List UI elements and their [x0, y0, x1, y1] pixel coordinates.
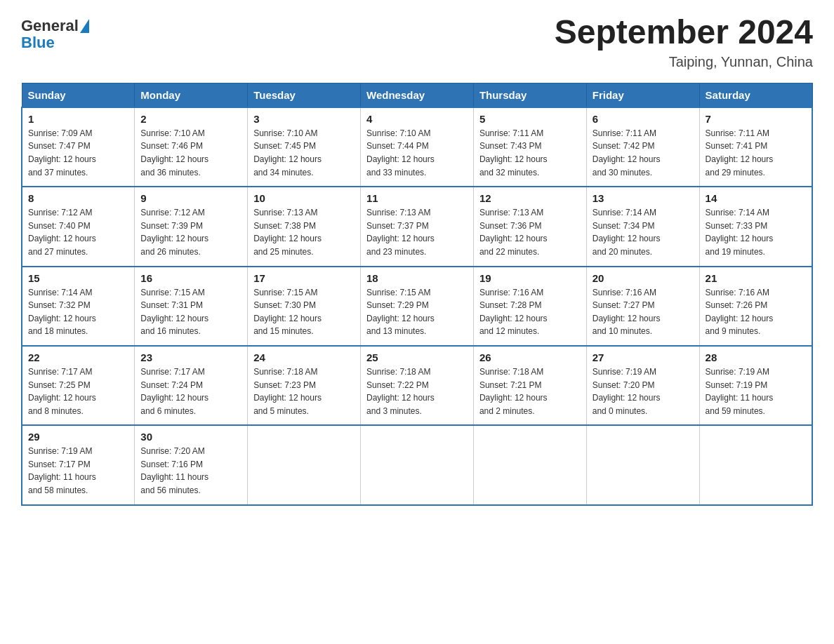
- day-info: Sunrise: 7:13 AMSunset: 7:36 PMDaylight:…: [479, 206, 581, 258]
- day-info: Sunrise: 7:11 AMSunset: 7:43 PMDaylight:…: [479, 127, 581, 179]
- day-info: Sunrise: 7:10 AMSunset: 7:44 PMDaylight:…: [366, 127, 468, 179]
- week-row-5: 29Sunrise: 7:19 AMSunset: 7:17 PMDayligh…: [22, 425, 812, 504]
- day-number: 15: [28, 272, 128, 284]
- day-cell: 15Sunrise: 7:14 AMSunset: 7:32 PMDayligh…: [22, 267, 135, 346]
- day-cell: 24Sunrise: 7:18 AMSunset: 7:23 PMDayligh…: [248, 346, 361, 425]
- day-cell: 9Sunrise: 7:12 AMSunset: 7:39 PMDaylight…: [135, 187, 248, 266]
- day-cell: 6Sunrise: 7:11 AMSunset: 7:42 PMDaylight…: [586, 107, 699, 187]
- logo-text-blue: Blue: [21, 34, 55, 51]
- day-info: Sunrise: 7:11 AMSunset: 7:41 PMDaylight:…: [706, 127, 806, 179]
- day-cell: 13Sunrise: 7:14 AMSunset: 7:34 PMDayligh…: [586, 187, 699, 266]
- day-cell: [473, 425, 586, 504]
- title-area: September 2024 Taiping, Yunnan, China: [555, 14, 813, 70]
- day-cell: 21Sunrise: 7:16 AMSunset: 7:26 PMDayligh…: [699, 267, 812, 346]
- day-number: 5: [479, 113, 581, 125]
- day-cell: 10Sunrise: 7:13 AMSunset: 7:38 PMDayligh…: [248, 187, 361, 266]
- day-cell: 3Sunrise: 7:10 AMSunset: 7:45 PMDaylight…: [248, 107, 361, 187]
- day-info: Sunrise: 7:16 AMSunset: 7:27 PMDaylight:…: [593, 286, 694, 338]
- page-header: General Blue September 2024 Taiping, Yun…: [21, 14, 813, 70]
- day-cell: [586, 425, 699, 504]
- day-info: Sunrise: 7:10 AMSunset: 7:46 PMDaylight:…: [140, 127, 241, 179]
- day-cell: [361, 425, 474, 504]
- day-number: 4: [366, 113, 468, 125]
- day-number: 21: [706, 272, 806, 284]
- day-number: 7: [706, 113, 806, 125]
- day-info: Sunrise: 7:17 AMSunset: 7:25 PMDaylight:…: [28, 365, 128, 417]
- day-number: 2: [140, 113, 241, 125]
- day-info: Sunrise: 7:15 AMSunset: 7:30 PMDaylight:…: [253, 286, 355, 338]
- day-number: 3: [253, 113, 355, 125]
- header-row: SundayMondayTuesdayWednesdayThursdayFrid…: [22, 83, 812, 107]
- day-info: Sunrise: 7:16 AMSunset: 7:28 PMDaylight:…: [479, 286, 581, 338]
- day-number: 8: [28, 192, 128, 204]
- day-cell: 8Sunrise: 7:12 AMSunset: 7:40 PMDaylight…: [22, 187, 135, 266]
- week-row-4: 22Sunrise: 7:17 AMSunset: 7:25 PMDayligh…: [22, 346, 812, 425]
- day-number: 11: [366, 192, 468, 204]
- day-info: Sunrise: 7:16 AMSunset: 7:26 PMDaylight:…: [706, 286, 806, 338]
- logo: General Blue: [21, 14, 89, 51]
- day-number: 30: [140, 431, 241, 443]
- day-cell: [248, 425, 361, 504]
- day-number: 10: [253, 192, 355, 204]
- day-cell: 1Sunrise: 7:09 AMSunset: 7:47 PMDaylight…: [22, 107, 135, 187]
- day-info: Sunrise: 7:15 AMSunset: 7:29 PMDaylight:…: [366, 286, 468, 338]
- day-number: 20: [593, 272, 694, 284]
- day-info: Sunrise: 7:15 AMSunset: 7:31 PMDaylight:…: [140, 286, 241, 338]
- day-cell: [699, 425, 812, 504]
- day-info: Sunrise: 7:19 AMSunset: 7:19 PMDaylight:…: [706, 365, 806, 417]
- day-number: 22: [28, 351, 128, 363]
- day-info: Sunrise: 7:18 AMSunset: 7:23 PMDaylight:…: [253, 365, 355, 417]
- day-info: Sunrise: 7:19 AMSunset: 7:20 PMDaylight:…: [593, 365, 694, 417]
- week-row-2: 8Sunrise: 7:12 AMSunset: 7:40 PMDaylight…: [22, 187, 812, 266]
- day-number: 27: [593, 351, 694, 363]
- day-cell: 22Sunrise: 7:17 AMSunset: 7:25 PMDayligh…: [22, 346, 135, 425]
- day-info: Sunrise: 7:14 AMSunset: 7:33 PMDaylight:…: [706, 206, 806, 258]
- day-cell: 23Sunrise: 7:17 AMSunset: 7:24 PMDayligh…: [135, 346, 248, 425]
- day-cell: 18Sunrise: 7:15 AMSunset: 7:29 PMDayligh…: [361, 267, 474, 346]
- logo-text-general: General: [21, 17, 79, 34]
- day-number: 9: [140, 192, 241, 204]
- day-number: 6: [593, 113, 694, 125]
- day-cell: 12Sunrise: 7:13 AMSunset: 7:36 PMDayligh…: [473, 187, 586, 266]
- calendar-table: SundayMondayTuesdayWednesdayThursdayFrid…: [21, 83, 813, 506]
- day-number: 16: [140, 272, 241, 284]
- week-row-1: 1Sunrise: 7:09 AMSunset: 7:47 PMDaylight…: [22, 107, 812, 187]
- day-number: 29: [28, 431, 128, 443]
- day-cell: 14Sunrise: 7:14 AMSunset: 7:33 PMDayligh…: [699, 187, 812, 266]
- day-info: Sunrise: 7:13 AMSunset: 7:38 PMDaylight:…: [253, 206, 355, 258]
- day-number: 25: [366, 351, 468, 363]
- day-number: 1: [28, 113, 128, 125]
- day-info: Sunrise: 7:10 AMSunset: 7:45 PMDaylight:…: [253, 127, 355, 179]
- day-cell: 19Sunrise: 7:16 AMSunset: 7:28 PMDayligh…: [473, 267, 586, 346]
- day-info: Sunrise: 7:18 AMSunset: 7:22 PMDaylight:…: [366, 365, 468, 417]
- day-cell: 20Sunrise: 7:16 AMSunset: 7:27 PMDayligh…: [586, 267, 699, 346]
- header-thursday: Thursday: [473, 83, 586, 107]
- day-number: 24: [253, 351, 355, 363]
- day-number: 26: [479, 351, 581, 363]
- header-saturday: Saturday: [699, 83, 812, 107]
- day-cell: 25Sunrise: 7:18 AMSunset: 7:22 PMDayligh…: [361, 346, 474, 425]
- day-number: 12: [479, 192, 581, 204]
- calendar-title: September 2024: [555, 14, 813, 51]
- day-number: 28: [706, 351, 806, 363]
- day-cell: 7Sunrise: 7:11 AMSunset: 7:41 PMDaylight…: [699, 107, 812, 187]
- day-cell: 17Sunrise: 7:15 AMSunset: 7:30 PMDayligh…: [248, 267, 361, 346]
- calendar-subtitle: Taiping, Yunnan, China: [555, 54, 813, 70]
- day-cell: 16Sunrise: 7:15 AMSunset: 7:31 PMDayligh…: [135, 267, 248, 346]
- day-info: Sunrise: 7:19 AMSunset: 7:17 PMDaylight:…: [28, 445, 128, 497]
- day-cell: 29Sunrise: 7:19 AMSunset: 7:17 PMDayligh…: [22, 425, 135, 504]
- header-sunday: Sunday: [22, 83, 135, 107]
- day-info: Sunrise: 7:18 AMSunset: 7:21 PMDaylight:…: [479, 365, 581, 417]
- day-info: Sunrise: 7:14 AMSunset: 7:32 PMDaylight:…: [28, 286, 128, 338]
- day-number: 14: [706, 192, 806, 204]
- day-info: Sunrise: 7:12 AMSunset: 7:40 PMDaylight:…: [28, 206, 128, 258]
- day-cell: 2Sunrise: 7:10 AMSunset: 7:46 PMDaylight…: [135, 107, 248, 187]
- day-cell: 5Sunrise: 7:11 AMSunset: 7:43 PMDaylight…: [473, 107, 586, 187]
- day-cell: 11Sunrise: 7:13 AMSunset: 7:37 PMDayligh…: [361, 187, 474, 266]
- week-row-3: 15Sunrise: 7:14 AMSunset: 7:32 PMDayligh…: [22, 267, 812, 346]
- day-info: Sunrise: 7:20 AMSunset: 7:16 PMDaylight:…: [140, 445, 241, 497]
- day-cell: 27Sunrise: 7:19 AMSunset: 7:20 PMDayligh…: [586, 346, 699, 425]
- day-info: Sunrise: 7:13 AMSunset: 7:37 PMDaylight:…: [366, 206, 468, 258]
- day-number: 23: [140, 351, 241, 363]
- logo-triangle-icon: [80, 19, 89, 33]
